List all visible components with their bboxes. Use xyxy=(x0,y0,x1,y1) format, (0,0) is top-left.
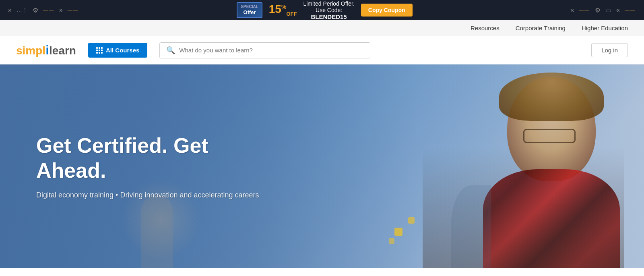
logo-learn: learn xyxy=(49,44,76,57)
nav-dots-right: —— xyxy=(579,7,590,13)
hero-content: Get Certified. Get Ahead. Digital econom… xyxy=(0,133,282,200)
hero-section: Get Certified. Get Ahead. Digital econom… xyxy=(0,64,644,268)
gear-icon[interactable]: ⚙ xyxy=(33,6,38,14)
announcement-center: SPECIAL Offer 15%OFF Limited Period Offe… xyxy=(237,0,412,20)
all-courses-button[interactable]: All Courses xyxy=(88,43,147,58)
special-text: SPECIAL xyxy=(241,4,258,9)
gear-icon-right[interactable]: ⚙ xyxy=(595,6,601,14)
hero-person-area xyxy=(419,64,644,268)
offer-text: Offer xyxy=(241,9,258,16)
discount-suffix: % xyxy=(281,4,286,10)
discount-badge: 15%OFF xyxy=(269,4,297,17)
all-courses-label: All Courses xyxy=(106,47,139,54)
search-icon: 🔍 xyxy=(166,46,175,55)
hero-subtitle: Digital economy training • Driving innov… xyxy=(36,191,282,199)
offer-line2: Use Code: xyxy=(303,7,354,13)
header: simplilearn All Courses 🔍 Log in xyxy=(0,36,644,64)
grid-icon xyxy=(96,47,103,54)
login-button[interactable]: Log in xyxy=(591,43,628,57)
chevron-right-double-icon[interactable]: » xyxy=(8,6,12,14)
promo-code: BLENDED15 xyxy=(303,13,354,20)
logo-simpl: simpl xyxy=(16,44,45,57)
bar-right-icons: « —— ⚙ ▭ « —— xyxy=(570,6,636,14)
grid-dots-icon[interactable]: …⋮ xyxy=(17,7,28,13)
nav-dots-left: —— xyxy=(43,7,54,13)
logo-i: i xyxy=(45,43,49,57)
bar-left-icons: » …⋮ ⚙ —— » —— xyxy=(8,6,79,14)
discount-number: 15 xyxy=(269,3,281,15)
square-icon[interactable]: ▭ xyxy=(605,6,611,14)
nav-dots-left2: —— xyxy=(68,7,79,13)
offer-line1: Limited Period Offer. xyxy=(303,0,354,7)
nav-higher-education[interactable]: Higher Education xyxy=(582,25,628,31)
announcement-text: Limited Period Offer. Use Code: BLENDED1… xyxy=(303,0,354,20)
chevron-right-icon[interactable]: » xyxy=(59,6,63,14)
nav-dots-right2: —— xyxy=(625,7,636,13)
hero-title: Get Certified. Get Ahead. xyxy=(36,133,282,183)
search-input[interactable] xyxy=(179,47,363,54)
secondary-nav: Resources Corporate Training Higher Educ… xyxy=(0,20,644,36)
nav-corporate-training[interactable]: Corporate Training xyxy=(516,25,566,31)
search-bar[interactable]: 🔍 xyxy=(159,42,370,58)
chevron-left-icon[interactable]: « xyxy=(616,6,620,14)
announcement-bar: » …⋮ ⚙ —— » —— SPECIAL Offer 15%OFF Limi… xyxy=(0,0,644,20)
nav-resources[interactable]: Resources xyxy=(471,25,500,31)
special-offer-badge: SPECIAL Offer xyxy=(237,2,262,18)
copy-coupon-button[interactable]: Copy Coupon xyxy=(361,4,413,17)
chevron-left-double-icon[interactable]: « xyxy=(570,6,574,14)
discount-label: OFF xyxy=(286,11,297,17)
logo[interactable]: simplilearn xyxy=(16,43,76,58)
